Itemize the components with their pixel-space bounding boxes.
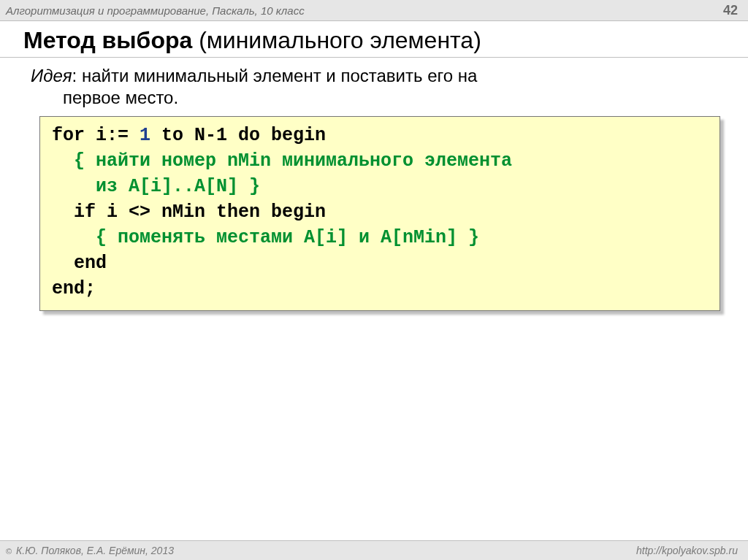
code-l6: end — [52, 253, 107, 274]
slide: Алгоритмизация и программирование, Паска… — [0, 0, 748, 560]
footer-copyright: © К.Ю. Поляков, Е.А. Ерёмин, 2013 — [6, 545, 174, 556]
code-l2: { найти номер nMin минимального элемента — [52, 150, 512, 172]
copyright-icon: © — [6, 547, 12, 556]
idea-label: Идея — [31, 66, 72, 85]
page-number: 42 — [723, 3, 738, 18]
code-block: for i:= 1 to N-1 do begin { найти номер … — [39, 116, 720, 311]
code-l7: end; — [52, 278, 96, 299]
idea-text: Идея: найти минимальный элемент и постав… — [0, 58, 748, 116]
idea-line1: : найти минимальный элемент и поставить … — [72, 66, 478, 85]
code-l4: if i <> nMin then begin — [52, 202, 326, 223]
header-bar: Алгоритмизация и программирование, Паска… — [0, 0, 748, 21]
code-l3: из A[i]..A[N] } — [52, 176, 260, 197]
idea-line2: первое место. — [31, 87, 719, 109]
title-bold: Метод выбора — [23, 27, 192, 53]
title-rest: (минимального элемента) — [192, 27, 481, 53]
code-l1c: to N-1 do begin — [150, 125, 326, 146]
slide-title: Метод выбора (минимального элемента) — [0, 21, 748, 58]
footer-bar: © К.Ю. Поляков, Е.А. Ерёмин, 2013 http:/… — [0, 540, 748, 560]
header-subject: Алгоритмизация и программирование, Паска… — [6, 4, 305, 17]
footer-copyright-text: К.Ю. Поляков, Е.А. Ерёмин, 2013 — [13, 545, 174, 556]
code-l5: { поменять местами A[i] и A[nMin] } — [52, 227, 479, 248]
footer-url: http://kpolyakov.spb.ru — [636, 545, 738, 556]
code-l1b: 1 — [140, 125, 150, 146]
code-l1a: for i:= — [52, 125, 140, 146]
